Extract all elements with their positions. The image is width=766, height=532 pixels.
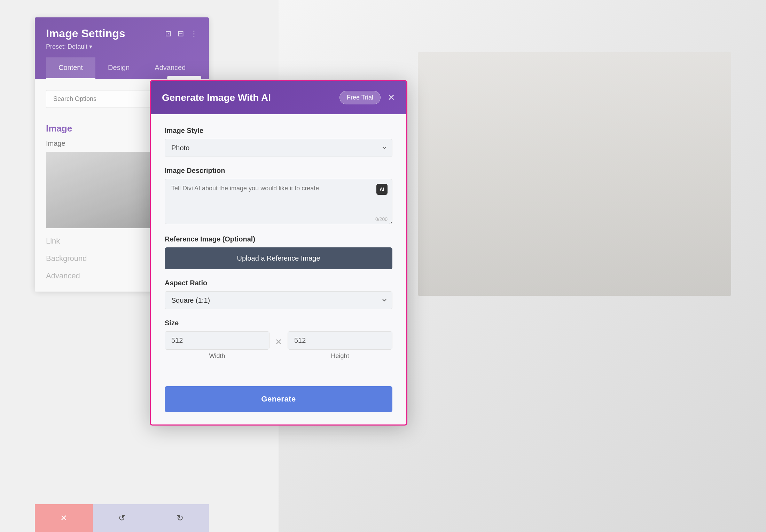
undo-icon: ↺ <box>118 513 125 523</box>
width-input[interactable] <box>165 331 269 350</box>
column-icon[interactable]: ⊟ <box>178 29 184 38</box>
cancel-button[interactable]: ✕ <box>35 504 93 532</box>
focus-mode-icon[interactable]: ⊡ <box>165 29 171 38</box>
image-style-group: Image Style Photo Illustration Digital A… <box>165 127 392 157</box>
image-description-textarea[interactable] <box>165 179 392 224</box>
redo-button[interactable]: ↻ <box>151 504 209 532</box>
image-description-label: Image Description <box>165 167 392 175</box>
char-count: 0/200 <box>375 216 388 222</box>
upload-reference-button[interactable]: Upload a Reference Image <box>165 247 392 269</box>
undo-button[interactable]: ↺ <box>93 504 151 532</box>
size-label: Size <box>165 319 392 327</box>
height-input[interactable] <box>288 331 392 350</box>
height-group: Height <box>288 331 392 360</box>
ai-badge-icon: AI <box>376 184 388 195</box>
reference-image-group: Reference Image (Optional) Upload a Refe… <box>165 235 392 269</box>
more-options-icon[interactable]: ⋮ <box>190 29 198 38</box>
generate-button[interactable]: Generate <box>165 386 392 412</box>
width-label: Width <box>209 352 225 360</box>
aspect-ratio-group: Aspect Ratio Square (1:1) Landscape (16:… <box>165 279 392 309</box>
aspect-ratio-label: Aspect Ratio <box>165 279 392 287</box>
ai-dialog-title: Generate Image With AI <box>162 92 271 103</box>
settings-preset[interactable]: Preset: Default ▾ <box>46 43 125 50</box>
tab-content[interactable]: Content <box>46 57 95 79</box>
size-row: Width ✕ Height <box>165 331 392 360</box>
textarea-wrapper: AI 0/200 <box>165 179 392 225</box>
size-group: Size Width ✕ Height <box>165 319 392 360</box>
bottom-toolbar: ✕ ↺ ↻ <box>35 504 209 532</box>
width-group: Width <box>165 331 269 360</box>
tab-design[interactable]: Design <box>95 57 142 79</box>
room-image <box>418 52 731 296</box>
redo-icon: ↻ <box>177 513 183 523</box>
free-trial-badge[interactable]: Free Trial <box>339 91 381 104</box>
ai-dialog: Generate Image With AI Free Trial ✕ Imag… <box>150 80 407 426</box>
aspect-ratio-select[interactable]: Square (1:1) Landscape (16:9) Portrait (… <box>165 291 392 309</box>
close-button[interactable]: ✕ <box>388 92 395 103</box>
settings-header: Image Settings Preset: Default ▾ ⊡ ⊟ ⋮ C… <box>35 17 209 79</box>
height-label: Height <box>331 352 349 360</box>
ai-dialog-header-right: Free Trial ✕ <box>339 91 395 104</box>
ai-dialog-header: Generate Image With AI Free Trial ✕ <box>151 81 406 114</box>
image-description-group: Image Description AI 0/200 <box>165 167 392 225</box>
image-style-select[interactable]: Photo Illustration Digital Art Painting … <box>165 139 392 157</box>
dialog-footer: Generate <box>151 383 406 424</box>
settings-title: Image Settings <box>46 27 125 40</box>
image-style-label: Image Style <box>165 127 392 135</box>
ai-dialog-body: Image Style Photo Illustration Digital A… <box>151 114 406 383</box>
cancel-icon: ✕ <box>60 513 67 523</box>
reference-image-label: Reference Image (Optional) <box>165 235 392 243</box>
size-x-separator: ✕ <box>275 337 282 347</box>
